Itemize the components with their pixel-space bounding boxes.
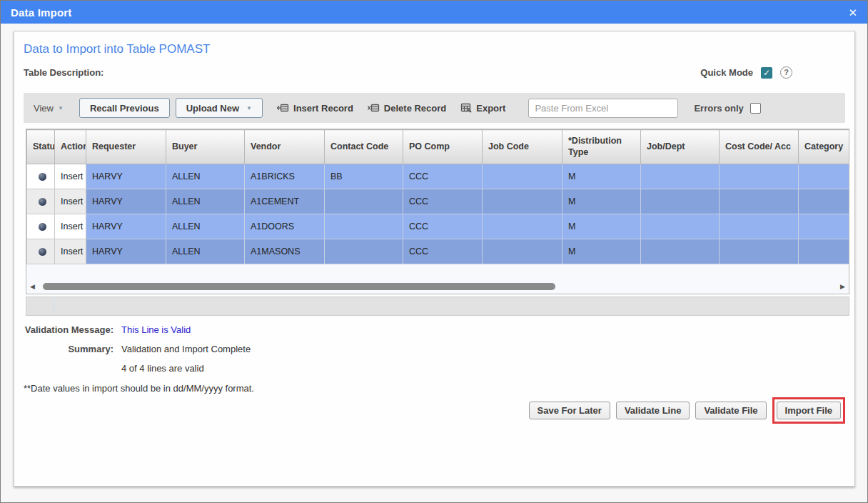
scrollbar-track[interactable] (37, 282, 838, 291)
errors-only-checkbox[interactable] (750, 103, 761, 114)
cost-code-acc-cell[interactable] (720, 214, 799, 239)
po-comp-cell[interactable]: CCC (403, 164, 483, 189)
export-button[interactable]: Export (460, 103, 505, 114)
recall-previous-button[interactable]: Recall Previous (79, 98, 170, 118)
delete-record-button[interactable]: Delete Record (368, 103, 446, 114)
distribution-type-cell[interactable]: M (562, 189, 641, 214)
table-row[interactable]: Insert HARVY ALLEN A1BRICKS BB CCC M (27, 164, 850, 189)
col-header-requester: Requester (86, 130, 166, 164)
horizontal-scrollbar: ◀ ▶ (26, 279, 849, 294)
quick-mode-group: Quick Mode ✓ ? (700, 66, 792, 79)
grid-toolbar: View ▼ Recall Previous Upload New ▼ Inse… (24, 93, 845, 123)
contact-code-cell[interactable] (325, 189, 403, 214)
job-code-cell[interactable] (483, 214, 562, 239)
po-comp-cell[interactable]: CCC (403, 239, 483, 264)
validation-message-label: Validation Message: (24, 324, 113, 335)
contact-code-cell[interactable] (325, 214, 403, 239)
col-header-cost-code-acc: Cost Code/ Acc (720, 130, 799, 164)
save-for-later-button[interactable]: Save For Later (529, 402, 610, 419)
recall-previous-label: Recall Previous (90, 103, 159, 114)
col-header-vendor: Vendor (245, 130, 325, 164)
job-dept-cell[interactable] (641, 189, 720, 214)
lines-valid-text: 4 of 4 lines are valid (121, 363, 204, 374)
contact-code-cell[interactable]: BB (325, 164, 403, 189)
help-icon[interactable]: ? (780, 66, 792, 79)
view-menu-label: View (34, 103, 54, 114)
footer-divider (54, 299, 54, 314)
description-row: Table Description: Quick Mode ✓ ? (24, 66, 845, 79)
po-comp-cell[interactable]: CCC (403, 189, 483, 214)
vendor-cell[interactable]: A1CEMENT (245, 189, 325, 214)
requester-cell[interactable]: HARVY (86, 239, 166, 264)
quick-mode-label: Quick Mode (700, 67, 753, 78)
status-icon (39, 173, 46, 181)
chevron-down-icon: ▼ (58, 105, 64, 111)
summary-row: Summary: Validation and Import Complete (24, 344, 845, 354)
table-row[interactable]: Insert HARVY ALLEN A1DOORS CCC M (27, 214, 850, 239)
cost-code-acc-cell[interactable] (720, 164, 799, 189)
job-dept-cell[interactable] (641, 214, 720, 239)
buyer-cell[interactable]: ALLEN (166, 189, 245, 214)
contact-code-cell[interactable] (325, 239, 403, 264)
table-row[interactable]: Insert HARVY ALLEN A1CEMENT CCC M (27, 189, 850, 214)
dialog-titlebar: Data Import ✕ (1, 1, 867, 24)
errors-only-group: Errors only (694, 103, 760, 114)
lines-valid-spacer (24, 363, 113, 374)
errors-only-label: Errors only (694, 103, 743, 114)
cost-code-acc-cell[interactable] (720, 189, 799, 214)
vendor-cell[interactable]: A1MASONS (245, 239, 325, 264)
scrollbar-thumb[interactable] (43, 283, 555, 290)
page-title: Data to Import into Table POMAST (24, 42, 845, 56)
distribution-type-cell[interactable]: M (562, 214, 641, 239)
requester-cell[interactable]: HARVY (86, 164, 166, 189)
status-icon (39, 198, 46, 206)
chevron-down-icon: ▼ (246, 105, 252, 111)
action-cell: Insert (55, 239, 86, 264)
buyer-cell[interactable]: ALLEN (166, 164, 245, 189)
action-cell: Insert (55, 164, 86, 189)
quick-mode-checkbox[interactable]: ✓ (761, 67, 772, 79)
view-menu[interactable]: View ▼ (34, 103, 64, 114)
close-icon[interactable]: ✕ (848, 7, 857, 18)
validate-line-button[interactable]: Validate Line (616, 402, 690, 419)
category-cell[interactable] (799, 239, 850, 264)
col-header-category: Category (799, 130, 850, 164)
table-row[interactable]: Insert HARVY ALLEN A1MASONS CCC M (27, 239, 850, 264)
col-header-po-comp: PO Comp (403, 130, 483, 164)
col-header-action: Action (55, 130, 86, 164)
job-dept-cell[interactable] (641, 239, 720, 264)
import-file-highlight: Import File (772, 397, 845, 424)
import-file-button[interactable]: Import File (777, 402, 841, 419)
job-code-cell[interactable] (483, 189, 562, 214)
category-cell[interactable] (799, 164, 850, 189)
action-cell: Insert (55, 189, 86, 214)
insert-record-button[interactable]: Insert Record (277, 103, 353, 114)
job-dept-cell[interactable] (641, 164, 720, 189)
status-cell (27, 239, 55, 264)
vendor-cell[interactable]: A1DOORS (245, 214, 325, 239)
delete-record-label: Delete Record (384, 103, 446, 114)
paste-from-excel-input[interactable] (528, 99, 678, 118)
requester-cell[interactable]: HARVY (86, 214, 166, 239)
po-comp-cell[interactable]: CCC (403, 214, 483, 239)
buyer-cell[interactable]: ALLEN (166, 239, 245, 264)
validation-message-link[interactable]: This Line is Valid (121, 324, 191, 335)
export-label: Export (476, 103, 505, 114)
category-cell[interactable] (799, 214, 850, 239)
job-code-cell[interactable] (483, 164, 562, 189)
requester-cell[interactable]: HARVY (86, 189, 166, 214)
distribution-type-cell[interactable]: M (562, 239, 641, 264)
distribution-type-cell[interactable]: M (562, 164, 641, 189)
table-description-label: Table Description: (24, 67, 104, 78)
job-code-cell[interactable] (483, 239, 562, 264)
scroll-left-icon[interactable]: ◀ (30, 284, 35, 290)
scroll-right-icon[interactable]: ▶ (840, 284, 845, 290)
cost-code-acc-cell[interactable] (720, 239, 799, 264)
category-cell[interactable] (799, 189, 850, 214)
upload-new-button[interactable]: Upload New ▼ (176, 98, 263, 118)
validate-file-button[interactable]: Validate File (695, 402, 766, 419)
grid-empty-area (26, 264, 849, 279)
buyer-cell[interactable]: ALLEN (166, 214, 245, 239)
status-cell (27, 189, 55, 214)
vendor-cell[interactable]: A1BRICKS (245, 164, 325, 189)
